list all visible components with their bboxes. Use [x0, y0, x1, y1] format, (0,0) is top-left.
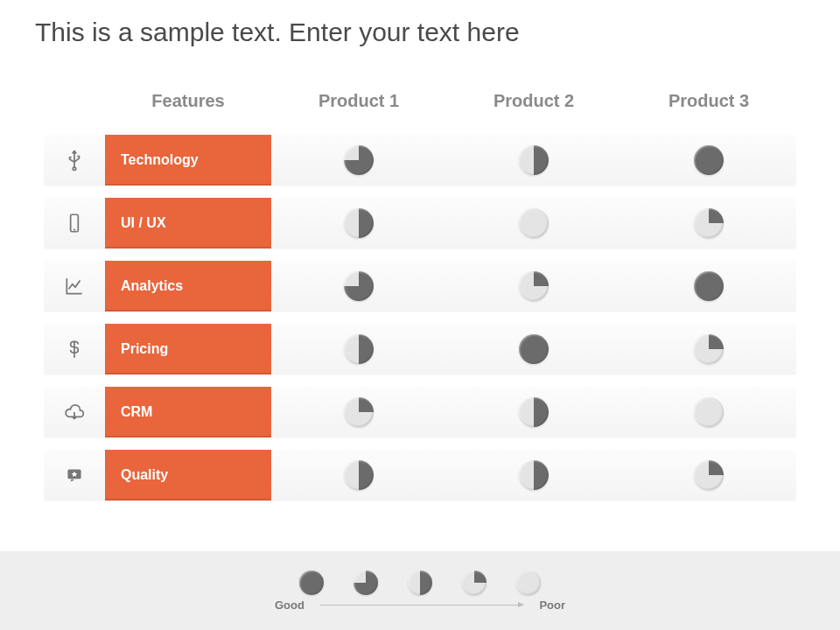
star-icon [44, 464, 105, 486]
dollar-icon [44, 338, 105, 360]
table-row: Quality [44, 450, 796, 500]
feature-label: Pricing [105, 324, 271, 374]
cell-pie [446, 397, 621, 427]
cell-pie [621, 397, 796, 427]
cell-pie [621, 334, 796, 364]
cell-pie [446, 271, 621, 301]
cell-pie [446, 208, 621, 238]
cell-pie [621, 208, 796, 238]
cell-pie [446, 460, 621, 490]
harvey-ball-icon [694, 271, 724, 301]
cell-pie [446, 334, 621, 364]
header-product-3: Product 3 [621, 91, 796, 111]
table-row: Pricing [44, 324, 796, 374]
svg-point-0 [73, 167, 75, 170]
page-title: This is a sample text. Enter your text h… [35, 18, 520, 47]
chart-icon [44, 275, 105, 298]
table-header-row: Features Product 1 Product 2 Product 3 [44, 79, 796, 122]
harvey-ball-icon [694, 397, 724, 427]
cell-pie [621, 460, 796, 490]
harvey-ball-icon [519, 397, 549, 427]
harvey-ball-icon [519, 460, 549, 490]
table-row: Analytics [44, 261, 796, 312]
usb-icon [44, 149, 105, 172]
harvey-ball-icon [519, 145, 549, 175]
harvey-ball-icon [344, 397, 374, 427]
header-product-2: Product 2 [446, 91, 621, 111]
header-product-1: Product 1 [271, 91, 446, 111]
table-row: UI / UX [44, 198, 796, 248]
cell-pie [271, 208, 446, 238]
harvey-ball-icon [299, 570, 324, 595]
cell-pie [271, 334, 446, 364]
harvey-ball-icon [344, 334, 374, 364]
cell-pie [271, 145, 446, 175]
comparison-table: Features Product 1 Product 2 Product 3 T… [44, 79, 796, 500]
harvey-ball-icon [354, 570, 378, 595]
feature-label: UI / UX [105, 198, 271, 248]
legend-scale [299, 570, 541, 595]
harvey-ball-icon [516, 570, 541, 595]
feature-label: Technology [105, 135, 271, 186]
legend-good-label: Good [275, 598, 304, 612]
harvey-ball-icon [344, 460, 374, 490]
harvey-ball-icon [694, 460, 724, 490]
harvey-ball-icon [344, 208, 374, 238]
harvey-ball-icon [344, 271, 374, 301]
feature-label: CRM [105, 387, 271, 438]
cell-pie [446, 145, 621, 175]
cell-pie [621, 145, 796, 175]
harvey-ball-icon [408, 570, 432, 595]
phone-icon [44, 212, 105, 234]
legend-labels: Good Poor [275, 598, 565, 612]
cloud-icon [44, 401, 105, 424]
arrow-icon [320, 605, 523, 606]
header-features: Features [105, 91, 271, 111]
cell-pie [271, 397, 446, 427]
table-row: CRM [44, 387, 796, 438]
cell-pie [271, 271, 446, 301]
cell-pie [271, 460, 446, 490]
feature-label: Quality [105, 450, 271, 500]
harvey-ball-icon [519, 271, 549, 301]
harvey-ball-icon [519, 334, 549, 364]
harvey-ball-icon [694, 145, 724, 175]
cell-pie [621, 271, 796, 301]
harvey-ball-icon [462, 570, 486, 595]
harvey-ball-icon [519, 208, 549, 238]
harvey-ball-icon [344, 145, 374, 175]
harvey-ball-icon [694, 334, 724, 364]
harvey-ball-icon [694, 208, 724, 238]
legend: Good Poor [0, 551, 840, 630]
feature-label: Analytics [105, 261, 271, 312]
table-row: Technology [44, 135, 796, 186]
legend-poor-label: Poor [539, 598, 565, 612]
